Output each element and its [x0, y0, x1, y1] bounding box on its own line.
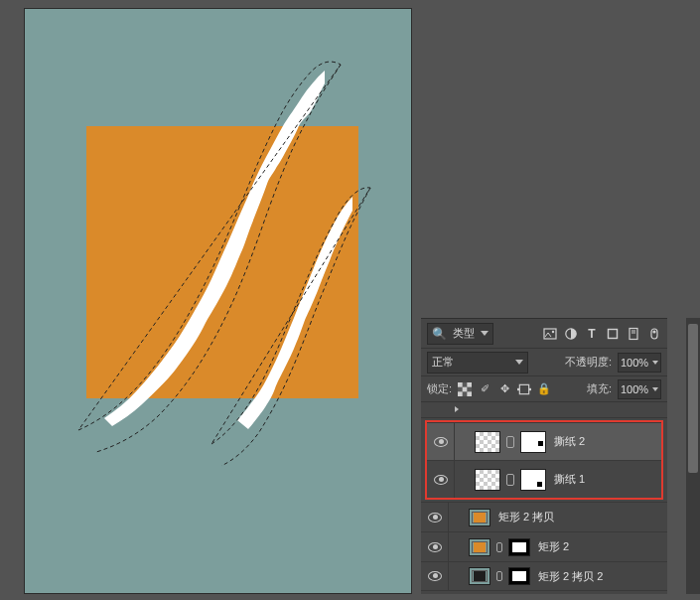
svg-rect-14	[467, 391, 472, 396]
svg-rect-12	[463, 386, 468, 391]
lock-artboard-icon[interactable]	[517, 382, 531, 396]
layer-row[interactable]: 撕纸 2	[427, 422, 661, 460]
opacity-value[interactable]: 100%	[618, 353, 661, 373]
svg-rect-11	[467, 382, 472, 387]
svg-rect-16	[517, 387, 519, 389]
lock-icons-group: ✐ ✥ 🔒	[458, 382, 551, 396]
blend-opacity-row: 正常 不透明度: 100%	[421, 349, 667, 376]
collapsed-group-row[interactable]	[421, 402, 667, 418]
filter-text-icon[interactable]: T	[585, 327, 599, 341]
layer-name[interactable]: 矩形 2 拷贝	[498, 510, 554, 525]
svg-point-1	[552, 330, 554, 332]
lock-fill-row: 锁定: ✐ ✥ 🔒 填充: 100%	[421, 376, 667, 402]
blend-mode-select[interactable]: 正常	[427, 352, 528, 374]
scrollbar-thumb[interactable]	[688, 324, 698, 473]
filter-type-label: 类型	[453, 326, 475, 341]
fill-label: 填充:	[587, 381, 612, 396]
filter-smart-icon[interactable]	[627, 327, 640, 341]
eye-icon	[428, 542, 442, 552]
visibility-toggle[interactable]	[427, 423, 455, 460]
layer-row[interactable]: 矩形 2 拷贝	[421, 502, 667, 531]
blend-mode-value: 正常	[432, 355, 454, 370]
layer-thumbnail[interactable]	[469, 567, 490, 585]
visibility-toggle[interactable]	[421, 532, 449, 561]
layer-name[interactable]: 撕纸 1	[554, 472, 585, 487]
svg-rect-4	[630, 328, 637, 339]
lock-position-icon[interactable]: ✥	[497, 382, 511, 396]
chevron-down-icon	[652, 387, 658, 391]
layers-filter-bar: 🔍 类型 T	[421, 319, 667, 349]
filter-image-icon[interactable]	[543, 327, 557, 341]
layer-thumbnail[interactable]	[475, 431, 500, 453]
layer-thumbnail[interactable]	[469, 538, 490, 556]
layer-thumbnail[interactable]	[475, 469, 500, 491]
eye-icon	[428, 571, 442, 581]
svg-rect-15	[519, 384, 528, 393]
filter-icons: T	[543, 327, 661, 341]
link-icon[interactable]	[496, 571, 502, 581]
visibility-toggle[interactable]	[421, 562, 449, 590]
mask-thumbnail[interactable]	[508, 567, 530, 585]
layer-name[interactable]: 撕纸 2	[554, 434, 585, 449]
filter-shape-icon[interactable]	[606, 327, 620, 341]
layer-row[interactable]: 撕纸 1	[427, 460, 661, 498]
mask-thumbnail[interactable]	[520, 469, 546, 491]
mask-thumbnail[interactable]	[520, 431, 546, 453]
eye-icon	[434, 437, 448, 447]
filter-toggle-icon[interactable]	[647, 327, 661, 341]
svg-rect-13	[458, 391, 463, 396]
eye-icon	[428, 513, 442, 523]
svg-rect-3	[609, 329, 618, 338]
fill-value[interactable]: 100%	[618, 379, 661, 399]
filter-adjustment-icon[interactable]	[564, 327, 578, 341]
link-icon[interactable]	[506, 436, 514, 448]
lock-pixels-icon[interactable]	[458, 382, 472, 396]
layer-name[interactable]: 矩形 2 拷贝 2	[538, 569, 603, 584]
visibility-toggle[interactable]	[427, 461, 455, 498]
layer-name[interactable]: 矩形 2	[538, 539, 569, 554]
mask-thumbnail[interactable]	[508, 538, 530, 556]
link-icon[interactable]	[496, 542, 502, 552]
lock-label: 锁定:	[427, 381, 452, 396]
svg-rect-17	[529, 387, 531, 389]
layer-row[interactable]: 矩形 2	[421, 531, 667, 561]
filter-type-select[interactable]: 🔍 类型	[427, 323, 493, 345]
highlight-annotation: 撕纸 2 撕纸 1	[425, 420, 663, 500]
visibility-toggle[interactable]	[421, 503, 449, 531]
svg-point-8	[652, 330, 655, 333]
svg-rect-10	[458, 382, 463, 387]
lock-all-icon[interactable]: 🔒	[537, 382, 551, 396]
link-icon[interactable]	[506, 474, 514, 486]
panel-scrollbar[interactable]	[686, 318, 700, 594]
chevron-down-icon	[652, 361, 658, 365]
lock-brush-icon[interactable]: ✐	[478, 382, 491, 396]
search-icon: 🔍	[432, 327, 447, 341]
layer-row[interactable]: 矩形 2 拷贝 2	[421, 561, 667, 591]
opacity-label: 不透明度:	[565, 355, 612, 370]
chevron-down-icon	[481, 331, 489, 336]
svg-rect-0	[544, 329, 556, 339]
document-canvas[interactable]	[24, 8, 412, 594]
eye-icon	[434, 475, 448, 485]
layer-thumbnail[interactable]	[469, 509, 490, 526]
chevron-down-icon	[515, 360, 523, 365]
layers-panel: 🔍 类型 T 正常 不透明度: 100% 锁定: ✐ ✥ 🔒	[421, 318, 667, 594]
